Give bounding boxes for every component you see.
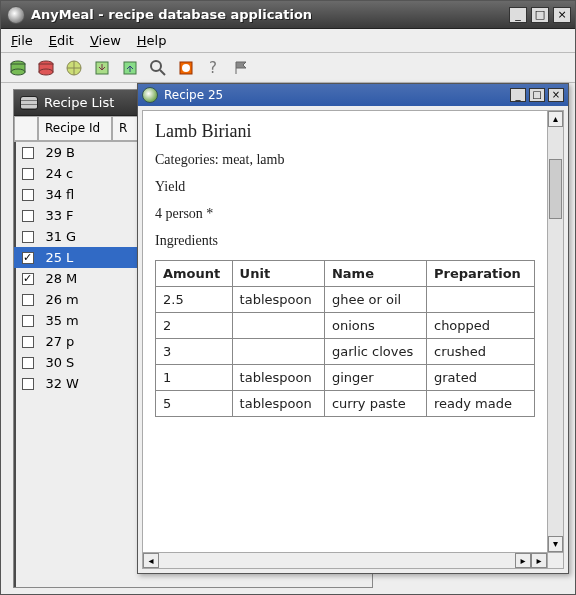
menu-view[interactable]: View — [90, 33, 121, 48]
col-unit: Unit — [232, 261, 324, 287]
cell-name: ghee or oil — [324, 287, 426, 313]
cell-name: garlic cloves — [324, 339, 426, 365]
row-checkbox[interactable] — [17, 231, 38, 243]
col-recipe-id[interactable]: Recipe Id — [38, 116, 112, 141]
cell-amount: 2 — [156, 313, 233, 339]
db-disconnect-icon[interactable] — [35, 57, 57, 79]
row-checkbox[interactable] — [17, 315, 38, 327]
recipe-window-icon — [142, 87, 158, 103]
cell-name: onions — [324, 313, 426, 339]
recipe-document: Lamb Biriani Categories: meat, lamb Yiel… — [143, 111, 563, 427]
row-checkbox[interactable] — [17, 294, 38, 306]
minimize-button[interactable]: _ — [509, 7, 527, 23]
cell-prep: crushed — [426, 339, 534, 365]
ingredient-row: 2.5tablespoonghee or oil — [156, 287, 535, 313]
horizontal-scrollbar[interactable]: ◂ ▸ ▸ — [143, 552, 547, 568]
row-checkbox[interactable] — [17, 378, 38, 390]
search-icon[interactable] — [147, 57, 169, 79]
row-id: 25 — [38, 250, 66, 265]
menubar: File Edit View Help — [1, 29, 575, 53]
workarea: Recipe List Recipe Id R 29 B24 c34 fl33 … — [1, 83, 575, 594]
scroll-track[interactable] — [548, 127, 563, 536]
titlebar[interactable]: AnyMeal - recipe database application _ … — [1, 1, 575, 29]
stop-icon[interactable] — [175, 57, 197, 79]
cell-prep: ready made — [426, 391, 534, 417]
scroll-thumb[interactable] — [549, 159, 562, 219]
menu-edit[interactable]: Edit — [49, 33, 74, 48]
ingredient-row: 3garlic clovescrushed — [156, 339, 535, 365]
inner-close-button[interactable]: × — [548, 88, 564, 102]
ingredient-row: 1tablespoongingergrated — [156, 365, 535, 391]
app-icon — [7, 6, 25, 24]
col-amount: Amount — [156, 261, 233, 287]
menu-help[interactable]: Help — [137, 33, 167, 48]
recipe-list-title: Recipe List — [44, 95, 114, 110]
recipe-title: Lamb Biriani — [155, 121, 543, 142]
recipe-window: Recipe 25 _ □ × Lamb Biriani Categories:… — [137, 83, 569, 574]
db-connect-icon[interactable] — [7, 57, 29, 79]
row-id: 35 — [38, 313, 66, 328]
recipe-window-title: Recipe 25 — [164, 88, 507, 102]
scroll-corner — [547, 552, 563, 568]
ingredients-label: Ingredients — [155, 233, 543, 249]
ingredient-row: 2onionschopped — [156, 313, 535, 339]
cell-unit — [232, 313, 324, 339]
scroll-left-icon[interactable]: ◂ — [143, 553, 159, 568]
globe-icon[interactable] — [63, 57, 85, 79]
svg-point-12 — [182, 64, 190, 72]
col-name: Name — [324, 261, 426, 287]
import-icon[interactable] — [91, 57, 113, 79]
cell-unit: tablespoon — [232, 287, 324, 313]
ingredients-table: Amount Unit Name Preparation 2.5tablespo… — [155, 260, 535, 417]
menu-file[interactable]: File — [11, 33, 33, 48]
row-checkbox[interactable] — [17, 210, 38, 222]
scroll-right-icon[interactable]: ▸ — [515, 553, 531, 568]
cell-unit: tablespoon — [232, 365, 324, 391]
col-prep: Preparation — [426, 261, 534, 287]
cell-unit: tablespoon — [232, 391, 324, 417]
close-button[interactable]: × — [553, 7, 571, 23]
scroll-right2-icon[interactable]: ▸ — [531, 553, 547, 568]
maximize-button[interactable]: □ — [531, 7, 549, 23]
row-id: 24 — [38, 166, 66, 181]
col-checkbox[interactable] — [14, 116, 38, 141]
database-icon — [20, 96, 38, 110]
recipe-yield-label: Yield — [155, 179, 543, 195]
row-id: 33 — [38, 208, 66, 223]
export-icon[interactable] — [119, 57, 141, 79]
scroll-down-icon[interactable]: ▾ — [548, 536, 563, 552]
recipe-categories: Categories: meat, lamb — [155, 152, 543, 168]
window-title: AnyMeal - recipe database application — [31, 7, 509, 22]
cell-amount: 5 — [156, 391, 233, 417]
cell-name: curry paste — [324, 391, 426, 417]
help-icon[interactable]: ? — [203, 57, 225, 79]
cell-amount: 1 — [156, 365, 233, 391]
row-checkbox[interactable] — [17, 357, 38, 369]
scroll-up-icon[interactable]: ▴ — [548, 111, 563, 127]
row-checkbox[interactable]: ✓ — [17, 273, 38, 285]
svg-text:?: ? — [209, 59, 217, 77]
svg-line-10 — [160, 70, 165, 75]
row-id: 28 — [38, 271, 66, 286]
recipe-window-titlebar[interactable]: Recipe 25 _ □ × — [138, 84, 568, 106]
row-checkbox[interactable]: ✓ — [17, 252, 38, 264]
cell-amount: 3 — [156, 339, 233, 365]
hscroll-track[interactable] — [159, 553, 515, 568]
toolbar: ? — [1, 53, 575, 83]
inner-minimize-button[interactable]: _ — [510, 88, 526, 102]
cell-prep — [426, 287, 534, 313]
inner-maximize-button[interactable]: □ — [529, 88, 545, 102]
row-checkbox[interactable] — [17, 336, 38, 348]
row-checkbox[interactable] — [17, 168, 38, 180]
cell-name: ginger — [324, 365, 426, 391]
ingredient-row: 5tablespooncurry pasteready made — [156, 391, 535, 417]
vertical-scrollbar[interactable]: ▴ ▾ — [547, 111, 563, 552]
main-window: AnyMeal - recipe database application _ … — [0, 0, 576, 595]
flag-icon[interactable] — [231, 57, 253, 79]
cell-prep: chopped — [426, 313, 534, 339]
row-id: 26 — [38, 292, 66, 307]
row-checkbox[interactable] — [17, 147, 38, 159]
cell-unit — [232, 339, 324, 365]
row-checkbox[interactable] — [17, 189, 38, 201]
svg-point-9 — [151, 61, 161, 71]
